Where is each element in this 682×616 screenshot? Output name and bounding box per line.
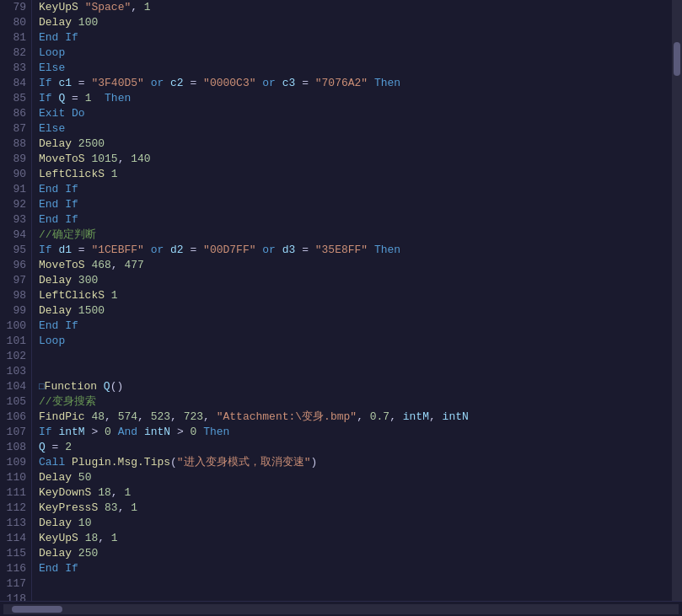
code-line: End If xyxy=(39,182,672,197)
editor-container: 7980818283848586878889909192939495969798… xyxy=(0,0,682,616)
code-area: 7980818283848586878889909192939495969798… xyxy=(0,0,682,601)
code-line: If Q = 1 Then xyxy=(39,91,672,106)
code-line: If c1 = "3F40D5" or c2 = "0000C3" or c3 … xyxy=(39,76,672,91)
line-number: 112 xyxy=(0,501,26,516)
code-line: //确定判断 xyxy=(39,228,672,243)
code-line: End If xyxy=(39,319,672,334)
code-line: Delay 10 xyxy=(39,516,672,531)
code-line: Else xyxy=(39,121,672,137)
line-number: 109 xyxy=(0,455,26,470)
code-line: Delay 2500 xyxy=(39,137,672,152)
code-line: MoveToS 1015, 140 xyxy=(39,152,672,167)
line-number: 105 xyxy=(0,394,26,410)
code-line: KeyUpS "Space", 1 xyxy=(39,0,672,15)
fold-icon[interactable]: □ xyxy=(39,382,45,392)
code-line: Delay 50 xyxy=(39,470,672,485)
line-number: 111 xyxy=(0,485,26,501)
line-number: 113 xyxy=(0,516,26,531)
code-line: Delay 300 xyxy=(39,273,672,288)
line-number: 83 xyxy=(0,61,26,76)
code-line: Delay 250 xyxy=(39,546,672,561)
code-line: KeyUpS 18, 1 xyxy=(39,531,672,546)
code-line: LeftClickS 1 xyxy=(39,167,672,182)
line-number: 85 xyxy=(0,91,26,106)
code-line: Exit Do xyxy=(39,106,672,121)
scrollbar-thumb-vertical[interactable] xyxy=(674,42,680,76)
line-number: 97 xyxy=(0,273,26,288)
line-number: 94 xyxy=(0,228,26,243)
code-line xyxy=(39,364,672,379)
line-number: 101 xyxy=(0,334,26,349)
line-number: 114 xyxy=(0,531,26,546)
line-number: 117 xyxy=(0,576,26,592)
scrollbar-vertical[interactable] xyxy=(672,0,682,601)
scrollbar-horizontal[interactable] xyxy=(3,604,679,614)
line-number: 103 xyxy=(0,364,26,379)
line-number: 95 xyxy=(0,243,26,258)
code-lines: KeyUpS "Space", 1Delay 100End IfLoopElse… xyxy=(39,0,672,601)
code-line: If d1 = "1CEBFF" or d2 = "00D7FF" or d3 … xyxy=(39,243,672,258)
code-line xyxy=(39,592,672,601)
line-number: 100 xyxy=(0,319,26,334)
line-number: 108 xyxy=(0,440,26,455)
line-number: 92 xyxy=(0,197,26,212)
line-number: 79 xyxy=(0,0,26,15)
code-line: Delay 1500 xyxy=(39,303,672,319)
code-line: End If xyxy=(39,30,672,46)
code-line xyxy=(39,349,672,364)
line-number: 80 xyxy=(0,15,26,30)
bottom-bar xyxy=(0,601,682,616)
code-line: Q = 2 xyxy=(39,440,672,455)
code-line: End If xyxy=(39,212,672,228)
code-line: KeyDownS 18, 1 xyxy=(39,485,672,501)
line-number: 86 xyxy=(0,106,26,121)
line-number: 115 xyxy=(0,546,26,561)
code-line: End If xyxy=(39,561,672,576)
line-number: 118 xyxy=(0,592,26,601)
code-content[interactable]: KeyUpS "Space", 1Delay 100End IfLoopElse… xyxy=(32,0,672,601)
code-line: MoveToS 468, 477 xyxy=(39,258,672,273)
line-number: 99 xyxy=(0,303,26,319)
code-line: Loop xyxy=(39,334,672,349)
line-number: 93 xyxy=(0,212,26,228)
code-line: FindPic 48, 574, 523, 723, "Attachment:\… xyxy=(39,410,672,425)
line-number: 89 xyxy=(0,152,26,167)
code-line: Loop xyxy=(39,46,672,61)
line-number: 96 xyxy=(0,258,26,273)
line-number: 116 xyxy=(0,561,26,576)
code-line: KeyPressS 83, 1 xyxy=(39,501,672,516)
line-number: 107 xyxy=(0,425,26,440)
line-number: 90 xyxy=(0,167,26,182)
line-number: 98 xyxy=(0,288,26,303)
code-line: Else xyxy=(39,61,672,76)
scrollbar-thumb-horizontal[interactable] xyxy=(12,606,62,613)
code-line: Delay 100 xyxy=(39,15,672,30)
line-number: 82 xyxy=(0,46,26,61)
code-line: If intM > 0 And intN > 0 Then xyxy=(39,425,672,440)
line-number: 91 xyxy=(0,182,26,197)
line-number: 104 xyxy=(0,379,26,394)
line-number: 87 xyxy=(0,121,26,137)
line-number: 84 xyxy=(0,76,26,91)
code-line: End If xyxy=(39,197,672,212)
code-line: //变身搜索 xyxy=(39,394,672,410)
code-line: Call Plugin.Msg.Tips("进入变身模式，取消变速") xyxy=(39,455,672,470)
line-number: 102 xyxy=(0,349,26,364)
line-numbers: 7980818283848586878889909192939495969798… xyxy=(0,0,32,601)
code-line xyxy=(39,576,672,592)
code-line: LeftClickS 1 xyxy=(39,288,672,303)
code-line: □Function Q() xyxy=(39,379,672,394)
line-number: 110 xyxy=(0,470,26,485)
line-number: 81 xyxy=(0,30,26,46)
line-number: 106 xyxy=(0,410,26,425)
line-number: 88 xyxy=(0,137,26,152)
